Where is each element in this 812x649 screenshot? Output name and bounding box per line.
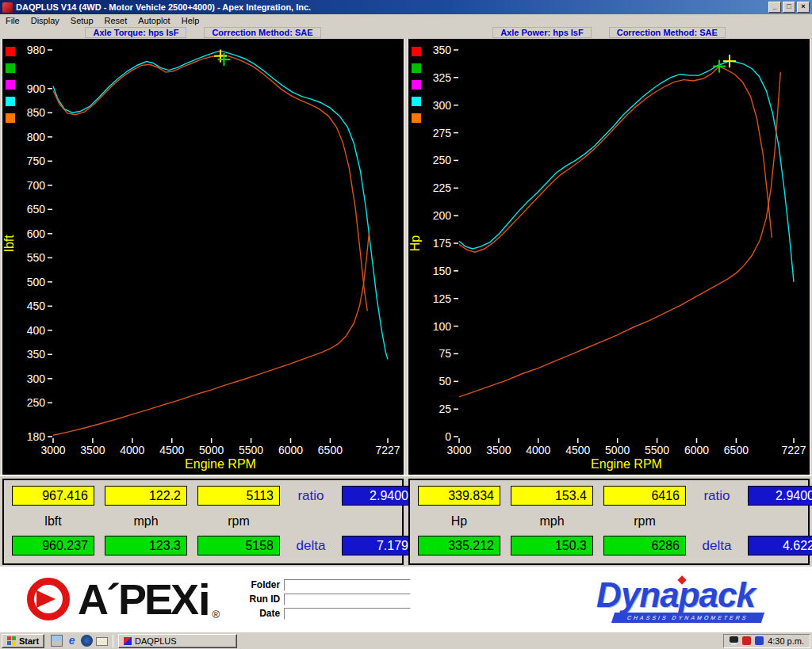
svg-text:450: 450 (27, 300, 46, 312)
tray-status-icon[interactable] (742, 636, 751, 645)
menu-autoplot[interactable]: Autoplot (132, 16, 175, 25)
svg-text:50: 50 (439, 375, 451, 387)
svg-text:900: 900 (27, 82, 46, 95)
legend-swatch-1[interactable] (412, 63, 421, 73)
power-chart-title: Axle Power: hps IsF (492, 27, 592, 38)
run-id-row: Run ID (242, 594, 411, 605)
taskbar-button-label: DAQPLUS (135, 636, 177, 646)
svg-text:5000: 5000 (199, 444, 224, 456)
torque-units-row: lbft mph rpm (12, 514, 396, 529)
menu-help[interactable]: Help (176, 16, 205, 25)
mail-icon[interactable] (96, 637, 108, 646)
torque-run2-value: 960.237 (12, 536, 94, 555)
svg-text:25: 25 (439, 403, 451, 415)
torque-chart-title: Axle Torque: hps IsF (85, 27, 186, 38)
torque-run1-mph: 122.2 (105, 486, 187, 506)
power-readout-panel: 339.834 153.4 6416 ratio 2.9400 Hp mph r… (408, 479, 810, 565)
svg-text:lbft: lbft (2, 235, 16, 252)
torque-chart-canvas[interactable]: 1802503003504004505005506006507007508008… (2, 40, 403, 475)
power-chart-plot: 0255075100125150175200225250275300325350… (408, 39, 810, 475)
start-button-label: Start (19, 636, 39, 646)
readout-area: 967.416 122.2 5113 ratio 2.9400 lbft mph… (0, 476, 812, 567)
power-chart-header: Axle Power: hps IsF Correction Method: S… (408, 26, 810, 39)
legend-swatch-4[interactable] (6, 113, 15, 123)
menu-file[interactable]: File (0, 16, 25, 25)
svg-text:980: 980 (27, 44, 46, 56)
date-row: Date (242, 608, 411, 620)
taskbar-button-daqplus[interactable]: DAQPLUS (118, 634, 237, 648)
close-button[interactable]: × (797, 2, 810, 13)
svg-text:550: 550 (27, 251, 46, 264)
tray-app-icon[interactable] (755, 636, 764, 645)
svg-text:650: 650 (27, 203, 46, 216)
apex-brand-text: A´PEX (78, 576, 197, 622)
legend-swatch-4[interactable] (412, 113, 421, 123)
start-button[interactable]: Start (2, 634, 44, 648)
footer-area: A´PEX i ® Folder Run ID Date Dynapack CH… (0, 567, 812, 632)
torque-chart-panel: Axle Torque: hps IsF Correction Method: … (2, 26, 404, 475)
taskbar-clock[interactable]: 4:30 p.m. (768, 636, 804, 646)
date-label: Date (242, 608, 280, 619)
run-id-input[interactable] (284, 594, 411, 605)
torque-chart-header: Axle Torque: hps IsF Correction Method: … (2, 26, 404, 39)
svg-text:850: 850 (27, 106, 46, 119)
menu-reset[interactable]: Reset (99, 16, 133, 25)
svg-text:275: 275 (433, 127, 452, 139)
tray-keyboard-icon[interactable] (730, 636, 738, 645)
svg-text:325: 325 (433, 71, 452, 84)
torque-run2-readout-row: 960.237 123.3 5158 delta 7.179 (12, 536, 396, 555)
torque-correction-label: Correction Method: SAE (204, 27, 320, 38)
trace-torque-run-2 (53, 55, 367, 311)
legend-swatch-1[interactable] (6, 63, 15, 73)
legend-swatch-0[interactable] (6, 47, 15, 56)
trace-speed-trace (53, 234, 369, 435)
torque-delta-label: delta (290, 538, 331, 554)
svg-text:125: 125 (433, 292, 452, 305)
svg-text:300: 300 (433, 99, 452, 112)
legend-swatch-2[interactable] (412, 80, 421, 90)
legend-swatch-3[interactable] (6, 97, 15, 106)
show-desktop-icon[interactable] (51, 635, 63, 647)
power-run2-readout-row: 335.212 150.3 6286 delta 4.622 (418, 536, 802, 555)
svg-text:3500: 3500 (80, 444, 105, 456)
windows-logo-icon (7, 636, 16, 645)
run-info-form: Folder Run ID Date (242, 577, 411, 622)
quick-launch: e (51, 635, 108, 647)
trace-power-run-2 (459, 67, 772, 252)
minimize-button[interactable]: _ (768, 2, 781, 13)
svg-text:100: 100 (433, 320, 452, 333)
svg-text:4000: 4000 (526, 444, 550, 456)
svg-text:400: 400 (27, 324, 46, 337)
svg-text:Hp: Hp (408, 235, 422, 252)
svg-text:250: 250 (433, 154, 452, 166)
torque-unit-label: lbft (12, 514, 94, 529)
svg-text:250: 250 (27, 396, 46, 409)
menu-display[interactable]: Display (25, 16, 65, 25)
svg-text:75: 75 (439, 347, 451, 360)
legend-swatch-3[interactable] (412, 97, 421, 106)
trace-speed-trace (459, 72, 780, 397)
power-trace-legend (412, 47, 421, 123)
torque-rpm-unit-label: rpm (197, 514, 280, 529)
media-player-icon[interactable] (81, 635, 93, 647)
svg-text:3500: 3500 (486, 444, 511, 456)
apex-brand-i: i (198, 574, 211, 625)
svg-text:225: 225 (433, 181, 452, 194)
internet-explorer-icon[interactable]: e (66, 635, 78, 647)
legend-swatch-0[interactable] (412, 47, 421, 56)
window-title: DAQPLUS V14 (4WD - Motor Vehicle 2500+40… (16, 2, 768, 12)
torque-run1-value: 967.416 (12, 486, 94, 506)
date-input[interactable] (284, 608, 411, 620)
power-run1-value: 339.834 (418, 486, 500, 506)
power-units-row: Hp mph rpm (418, 514, 802, 529)
svg-text:750: 750 (27, 155, 46, 167)
power-run2-value: 335.212 (418, 536, 500, 555)
app-icon[interactable] (2, 2, 13, 13)
legend-swatch-2[interactable] (6, 80, 15, 90)
maximize-button[interactable]: □ (783, 2, 795, 13)
svg-text:800: 800 (27, 131, 46, 143)
menu-setup[interactable]: Setup (65, 16, 99, 25)
power-chart-canvas[interactable]: 0255075100125150175200225250275300325350… (408, 40, 809, 475)
folder-input[interactable] (284, 579, 411, 591)
svg-text:7227: 7227 (781, 444, 806, 456)
